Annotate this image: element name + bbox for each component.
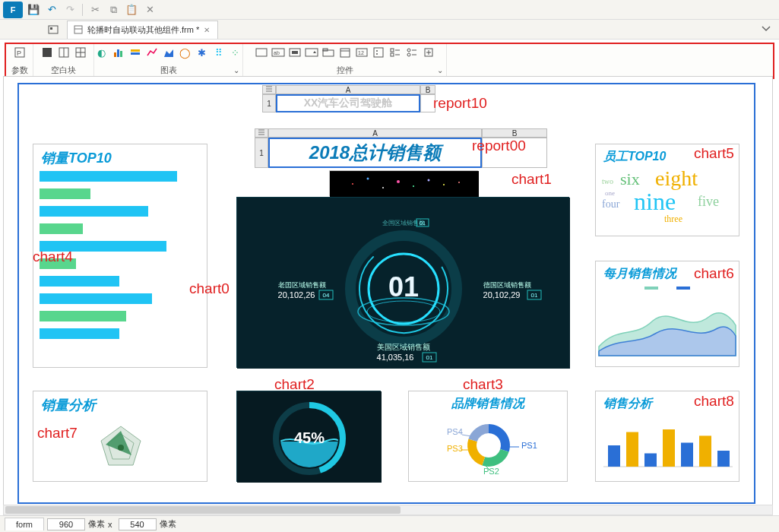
svg-point-53 xyxy=(397,180,400,183)
row-header-1[interactable]: 1 xyxy=(255,138,268,168)
chart1-block[interactable] xyxy=(329,170,478,196)
design-canvas-outer[interactable]: A B 1 XX汽车公司驾驶舱 A B 1 2018总计销售额 xyxy=(3,76,773,512)
pie-chart-icon[interactable]: ◐ xyxy=(95,46,109,59)
undo-icon[interactable]: ↶ xyxy=(44,2,59,17)
hscroll-thumb[interactable] xyxy=(5,506,401,514)
radar-chart-icon[interactable]: ✱ xyxy=(195,46,209,59)
chart2-block[interactable]: 45% xyxy=(236,391,381,482)
stacked-bar-icon[interactable] xyxy=(128,46,142,59)
tab-close-icon[interactable]: ✕ xyxy=(204,26,211,33)
date-widget-icon[interactable] xyxy=(338,46,352,59)
status-height[interactable]: 540 xyxy=(119,518,157,530)
report00-block[interactable]: A B 1 2018总计销售额 xyxy=(255,128,549,168)
svg-rect-0 xyxy=(49,26,58,33)
col-header-b[interactable]: B xyxy=(482,128,547,138)
ribbon-group-chart: ◐ ◯ ✱ ⠿ ⁘ 图表 ⌄ xyxy=(94,44,243,78)
chart5-block[interactable]: 员工TOP10 two six eight one four nine five… xyxy=(595,144,739,236)
svg-point-38 xyxy=(407,53,410,56)
button-widget-icon[interactable] xyxy=(288,46,302,59)
document-tab-bar: 轮播时自动联动其他组件.frm * ✕ xyxy=(0,20,779,40)
col-header-b[interactable]: B xyxy=(420,85,435,94)
svg-rect-22 xyxy=(292,51,298,54)
radiolist-widget-icon[interactable] xyxy=(405,46,419,59)
chart4-block[interactable]: 销量TOP10 xyxy=(33,144,207,368)
report00-empty-cell[interactable] xyxy=(482,138,547,168)
tree-widget-icon[interactable] xyxy=(372,46,385,59)
report10-block[interactable]: A B 1 XX汽车公司驾驶舱 xyxy=(262,85,437,112)
report00-title-cell[interactable]: 2018总计销售额 xyxy=(268,138,482,168)
bar-chart-icon[interactable] xyxy=(112,46,125,59)
chart6-svg xyxy=(596,295,739,357)
ribbon-group-param: P 参数 xyxy=(6,44,33,78)
chart4-bars xyxy=(33,171,207,344)
svg-rect-23 xyxy=(306,49,318,56)
file-tab[interactable]: 轮播时自动联动其他组件.frm * ✕ xyxy=(67,21,218,39)
close-icon[interactable]: ✕ xyxy=(142,2,157,17)
blank-split-icon[interactable] xyxy=(57,46,71,59)
chart8-title: 销售分析 xyxy=(596,391,739,413)
chart-group-expand-icon[interactable]: ⌄ xyxy=(233,66,239,74)
svg-point-37 xyxy=(407,49,410,52)
svg-text:PS1: PS1 xyxy=(521,441,537,450)
chart3-svg: PS1 PS2 PS3 PS4 xyxy=(409,413,568,477)
status-unit2: 像素 xyxy=(160,518,176,530)
redo-icon[interactable]: ↷ xyxy=(62,2,78,17)
svg-text:P: P xyxy=(17,49,21,57)
chart8-block[interactable]: 销售分析 xyxy=(595,391,739,482)
text-widget-icon[interactable] xyxy=(255,46,268,59)
tab-widget-icon[interactable] xyxy=(321,46,335,59)
number-widget-icon[interactable]: 12 xyxy=(355,46,369,59)
report10-title-cell[interactable]: XX汽车公司驾驶舱 xyxy=(276,94,420,112)
chart7-block[interactable]: 销量分析 xyxy=(33,391,207,482)
svg-rect-12 xyxy=(114,52,116,57)
export-widget-icon[interactable] xyxy=(422,46,435,59)
blank-dark-icon[interactable] xyxy=(40,46,54,59)
line-chart-icon[interactable] xyxy=(145,46,159,59)
chart0-block[interactable]: 全国区域销售额 01 01 老囯区域销售额 20,102,26 04 德国区域销… xyxy=(236,197,569,368)
svg-line-99 xyxy=(462,435,471,436)
label-widget-icon[interactable]: ab xyxy=(271,46,285,59)
copy-icon[interactable]: ⧉ xyxy=(106,2,121,17)
status-width[interactable]: 960 xyxy=(47,518,85,530)
chart7-title: 销量分析 xyxy=(33,391,207,416)
col-header-a[interactable]: A xyxy=(268,128,482,138)
gauge-chart-icon[interactable]: ◯ xyxy=(179,46,192,59)
chart3-block[interactable]: 品牌销售情况 PS1 PS2 PS3 PS4 xyxy=(408,391,568,482)
report10-empty-cell[interactable] xyxy=(420,94,435,112)
col-header-a[interactable]: A xyxy=(276,85,420,94)
blank-grid-icon[interactable] xyxy=(74,46,87,59)
svg-text:01: 01 xyxy=(531,292,538,299)
param-icon[interactable]: P xyxy=(13,46,27,59)
svg-point-57 xyxy=(458,182,460,183)
svg-rect-104 xyxy=(663,429,675,467)
svg-text:04: 04 xyxy=(323,292,330,299)
row-header-1[interactable]: 1 xyxy=(262,94,276,112)
svg-rect-18 xyxy=(256,49,267,56)
checklist-widget-icon[interactable] xyxy=(388,46,402,59)
svg-marker-17 xyxy=(164,49,173,57)
chart6-block[interactable]: 每月销售情况 xyxy=(595,261,739,367)
svg-rect-106 xyxy=(699,435,711,467)
overflow-icon[interactable] xyxy=(761,24,773,36)
sheet-corner xyxy=(262,85,276,94)
svg-rect-6 xyxy=(43,48,52,57)
scatter-chart-icon[interactable]: ⁘ xyxy=(229,46,242,59)
save-icon[interactable]: 💾 xyxy=(26,2,41,17)
svg-text:45%: 45% xyxy=(294,429,325,446)
paste-icon[interactable]: 📋 xyxy=(124,2,139,17)
hscrollbar[interactable] xyxy=(3,505,773,515)
home-tab-icon[interactable] xyxy=(46,22,61,37)
app-logo[interactable]: F xyxy=(3,2,23,18)
svg-point-50 xyxy=(352,183,353,185)
design-canvas[interactable]: A B 1 XX汽车公司驾驶舱 A B 1 2018总计销售额 xyxy=(17,83,755,504)
status-form-label[interactable]: form xyxy=(5,518,44,530)
combo-widget-icon[interactable] xyxy=(305,46,318,59)
bubble-chart-icon[interactable]: ⠿ xyxy=(212,46,226,59)
chart4-title: 销量TOP10 xyxy=(33,144,207,169)
wordcloud-body: two six eight one four nine five three xyxy=(596,166,739,227)
cut-icon[interactable]: ✂ xyxy=(87,2,103,17)
svg-rect-101 xyxy=(608,445,620,467)
area-chart-icon[interactable] xyxy=(162,46,176,59)
widget-group-expand-icon[interactable]: ⌄ xyxy=(437,66,443,74)
chart3-title: 品牌销售情况 xyxy=(409,391,567,413)
